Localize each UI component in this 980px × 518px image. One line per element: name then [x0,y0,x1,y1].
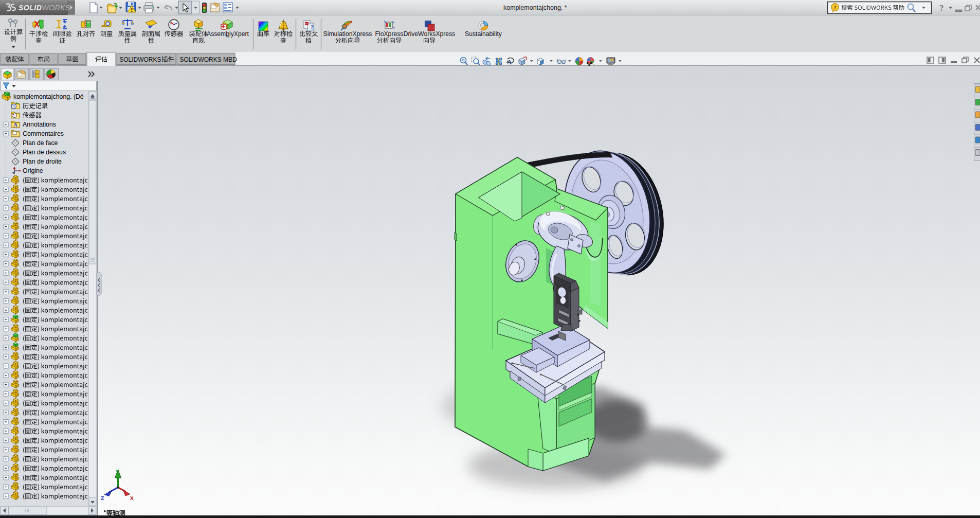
svg-text:Y: Y [116,469,119,475]
svg-text:Plan de face: Plan de face [23,139,58,147]
svg-text:Origine: Origine [23,167,43,174]
svg-text:SOLIDWORKS MBD: SOLIDWORKS MBD [179,56,237,63]
svg-text:SOLIDWORKS: SOLIDWORKS [19,4,70,12]
svg-text:Annotations: Annotations [23,121,56,128]
svg-text:AssemblyXpert: AssemblyXpert [207,30,249,38]
svg-text:komplemontajchong. *: komplemontajchong. * [503,4,567,11]
svg-text:Plan de dessus: Plan de dessus [23,149,66,156]
svg-text:?: ? [833,4,837,10]
svg-text:SOLIDWORKS: SOLIDWORKS [119,56,161,63]
svg-text:FloXpress: FloXpress [375,30,404,38]
svg-text:SimulationXpress: SimulationXpress [323,30,372,38]
svg-text:Commentaires: Commentaires [23,130,64,137]
svg-text:?: ? [311,24,314,31]
svg-text:DriveWorksXpress: DriveWorksXpress [404,30,456,38]
svg-text:?: ? [939,3,944,13]
svg-text:Plan de droite: Plan de droite [23,158,62,165]
svg-text:A: A [13,121,17,128]
svg-text:Sustainability: Sustainability [465,30,502,38]
svg-text:X: X [130,495,134,502]
svg-text:komplemontajchong. (Dé: komplemontajchong. (Dé [13,93,84,100]
svg-text:Z: Z [101,495,104,502]
